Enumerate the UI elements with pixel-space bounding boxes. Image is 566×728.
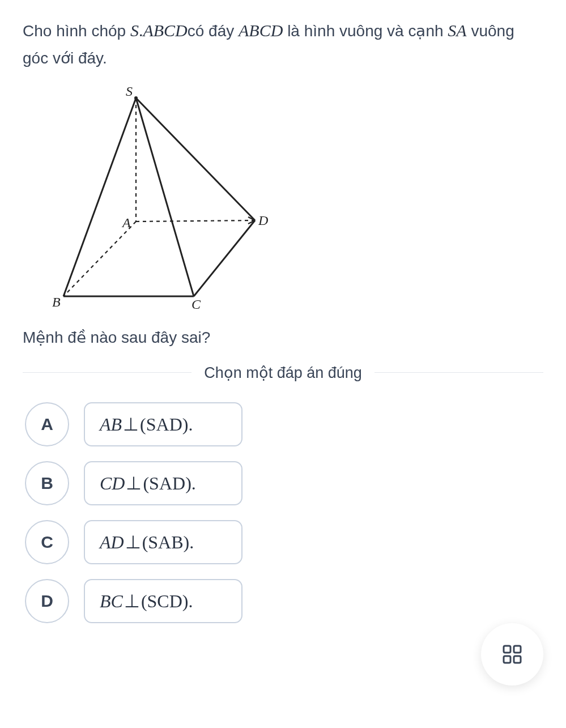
instruction-text: Chọn một đáp án đúng — [191, 364, 375, 382]
option-letter-c[interactable]: C — [25, 520, 69, 564]
options-list: A AB⊥(SAD). B CD⊥(SAD). C AD⊥(SAB). D BC… — [25, 402, 543, 623]
label-S: S — [126, 84, 133, 99]
label-D: D — [258, 213, 268, 228]
option-letter-a[interactable]: A — [25, 402, 69, 446]
svg-point-0 — [134, 96, 138, 100]
q-math1: S.ABCD — [130, 21, 188, 40]
option-box-c[interactable]: AD⊥(SAB). — [84, 520, 242, 564]
option-letter-b[interactable]: B — [25, 461, 69, 505]
question-text: Cho hình chóp S.ABCDcó đáy ABCD là hình … — [23, 16, 543, 72]
divider-left — [23, 372, 191, 373]
grid-icon — [501, 644, 523, 646]
grid-menu-button[interactable] — [481, 623, 543, 646]
option-b[interactable]: B CD⊥(SAD). — [25, 461, 543, 505]
option-letter-d[interactable]: D — [25, 579, 69, 623]
q-part1: Cho hình chóp — [23, 22, 130, 40]
label-C: C — [191, 297, 201, 312]
q-part3: là hình vuông và cạnh — [283, 22, 448, 40]
option-box-d[interactable]: BC⊥(SCD). — [84, 579, 242, 623]
pyramid-diagram: A S D B C — [45, 82, 543, 317]
q-math3: SA — [448, 21, 466, 40]
option-c[interactable]: C AD⊥(SAB). — [25, 520, 543, 564]
option-a[interactable]: A AB⊥(SAD). — [25, 402, 543, 446]
q-part2: có đáy — [188, 22, 239, 40]
q-math2: ABCD — [239, 21, 283, 40]
option-box-a[interactable]: AB⊥(SAD). — [84, 402, 242, 446]
divider-right — [375, 372, 543, 373]
subquestion-text: Mệnh đề nào sau đây sai? — [23, 328, 543, 347]
instruction-divider: Chọn một đáp án đúng — [23, 364, 543, 382]
option-d[interactable]: D BC⊥(SCD). — [25, 579, 543, 623]
option-box-b[interactable]: CD⊥(SAD). — [84, 461, 242, 505]
label-B: B — [52, 295, 61, 309]
